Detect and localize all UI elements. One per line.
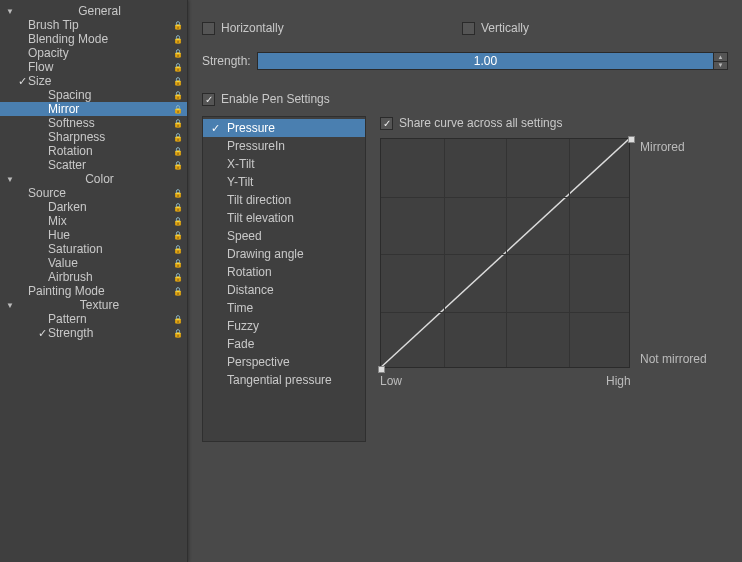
pen-panels: ✓PressurePressureInX-TiltY-TiltTilt dire… (202, 116, 728, 442)
horizontally-label: Horizontally (221, 21, 284, 35)
lock-icon: 🔒 (173, 49, 183, 58)
lock-icon: 🔒 (173, 217, 183, 226)
gridline (381, 312, 629, 313)
share-curve-checkbox[interactable] (380, 117, 393, 130)
gridline (381, 197, 629, 198)
tree-item[interactable]: Pattern🔒 (0, 312, 187, 326)
tree-item[interactable]: Mix🔒 (0, 214, 187, 228)
tree-item-label: Scatter (48, 158, 173, 172)
sensor-item[interactable]: Rotation (203, 263, 365, 281)
tree-item[interactable]: Darken🔒 (0, 200, 187, 214)
lock-icon: 🔒 (173, 259, 183, 268)
curve-canvas[interactable] (380, 138, 630, 368)
tree-item[interactable]: Sharpness🔒 (0, 130, 187, 144)
lock-icon: 🔒 (173, 63, 183, 72)
tree-item[interactable]: Flow🔒 (0, 60, 187, 74)
sensor-item[interactable]: Y-Tilt (203, 173, 365, 191)
tree-item[interactable]: Rotation🔒 (0, 144, 187, 158)
tree-item[interactable]: Scatter🔒 (0, 158, 187, 172)
sensor-item[interactable]: Tangential pressure (203, 371, 365, 389)
tree-item[interactable]: ✓Size🔒 (0, 74, 187, 88)
lock-icon: 🔒 (173, 35, 183, 44)
lock-icon: 🔒 (173, 133, 183, 142)
curve-handle[interactable] (378, 366, 385, 373)
tree-item[interactable]: Softness🔒 (0, 116, 187, 130)
collapse-icon: ▼ (6, 175, 18, 184)
tree-item[interactable]: Saturation🔒 (0, 242, 187, 256)
tree-item-label: Painting Mode (28, 284, 173, 298)
gridline (569, 139, 570, 367)
sensor-item[interactable]: Time (203, 299, 365, 317)
settings-tree: ▼GeneralBrush Tip🔒Blending Mode🔒Opacity🔒… (0, 0, 188, 562)
section-header[interactable]: ▼General (0, 4, 187, 18)
tree-item-label: Flow (28, 60, 173, 74)
sensor-item-label: Rotation (227, 265, 272, 279)
tree-item-label: Blending Mode (28, 32, 173, 46)
sensor-item[interactable]: Speed (203, 227, 365, 245)
enable-pen-label: Enable Pen Settings (221, 92, 330, 106)
tree-item[interactable]: Mirror🔒 (0, 102, 187, 116)
tree-item-label: Airbrush (48, 270, 173, 284)
sensor-item[interactable]: Fuzzy (203, 317, 365, 335)
lock-icon: 🔒 (173, 119, 183, 128)
sensor-item-label: Perspective (227, 355, 290, 369)
sensor-item[interactable]: Perspective (203, 353, 365, 371)
tree-item[interactable]: Airbrush🔒 (0, 270, 187, 284)
tree-item[interactable]: ✓Strength🔒 (0, 326, 187, 340)
sensor-item-label: Speed (227, 229, 262, 243)
sensor-item[interactable]: Tilt direction (203, 191, 365, 209)
tree-item-label: Pattern (48, 312, 173, 326)
curve-handle[interactable] (628, 136, 635, 143)
lock-icon: 🔒 (173, 245, 183, 254)
x-axis-low-label: Low (380, 374, 402, 388)
tree-item-label: Opacity (28, 46, 173, 60)
mirror-options-row: Horizontally Vertically (202, 18, 728, 38)
tree-item[interactable]: Spacing🔒 (0, 88, 187, 102)
lock-icon: 🔒 (173, 105, 183, 114)
tree-item[interactable]: Blending Mode🔒 (0, 32, 187, 46)
enable-pen-row: Enable Pen Settings (202, 92, 728, 106)
lock-icon: 🔒 (173, 91, 183, 100)
strength-spinbox[interactable]: ▲ ▼ (714, 52, 728, 70)
sensor-item-label: PressureIn (227, 139, 285, 153)
sensor-item[interactable]: Drawing angle (203, 245, 365, 263)
section-header[interactable]: ▼Color (0, 172, 187, 186)
enable-pen-checkbox[interactable] (202, 93, 215, 106)
curve-box: Mirrored Not mirrored Low High (380, 138, 728, 368)
y-axis-top-label: Mirrored (640, 140, 685, 154)
curve-area: Share curve across all settings Mirrored… (380, 116, 728, 442)
tree-item-label: Darken (48, 200, 173, 214)
sensor-item-label: Tilt direction (227, 193, 291, 207)
lock-icon: 🔒 (173, 315, 183, 324)
strength-slider[interactable]: 1.00 (257, 52, 714, 70)
sensor-item[interactable]: Distance (203, 281, 365, 299)
collapse-icon: ▼ (6, 301, 18, 310)
sensor-item[interactable]: PressureIn (203, 137, 365, 155)
tree-item-label: Size (28, 74, 173, 88)
tree-item[interactable]: Brush Tip🔒 (0, 18, 187, 32)
sensor-item[interactable]: Fade (203, 335, 365, 353)
lock-icon: 🔒 (173, 77, 183, 86)
strength-value: 1.00 (474, 54, 497, 68)
sensor-check-icon: ✓ (211, 122, 227, 135)
tree-item[interactable]: Opacity🔒 (0, 46, 187, 60)
sensor-item-label: Fuzzy (227, 319, 259, 333)
tree-item[interactable]: Value🔒 (0, 256, 187, 270)
sensor-item-label: Y-Tilt (227, 175, 253, 189)
sensor-item[interactable]: ✓Pressure (203, 119, 365, 137)
section-header[interactable]: ▼Texture (0, 298, 187, 312)
vertically-checkbox[interactable] (462, 22, 475, 35)
tree-item[interactable]: Hue🔒 (0, 228, 187, 242)
item-check-icon: ✓ (16, 75, 28, 88)
sensor-item[interactable]: Tilt elevation (203, 209, 365, 227)
tree-item[interactable]: Painting Mode🔒 (0, 284, 187, 298)
spin-down-icon[interactable]: ▼ (714, 62, 727, 70)
share-curve-label: Share curve across all settings (399, 116, 562, 130)
tree-item[interactable]: Source🔒 (0, 186, 187, 200)
spin-up-icon[interactable]: ▲ (714, 53, 727, 62)
sensor-item[interactable]: X-Tilt (203, 155, 365, 173)
sensor-item-label: X-Tilt (227, 157, 255, 171)
horizontally-checkbox[interactable] (202, 22, 215, 35)
tree-item-label: Rotation (48, 144, 173, 158)
lock-icon: 🔒 (173, 329, 183, 338)
